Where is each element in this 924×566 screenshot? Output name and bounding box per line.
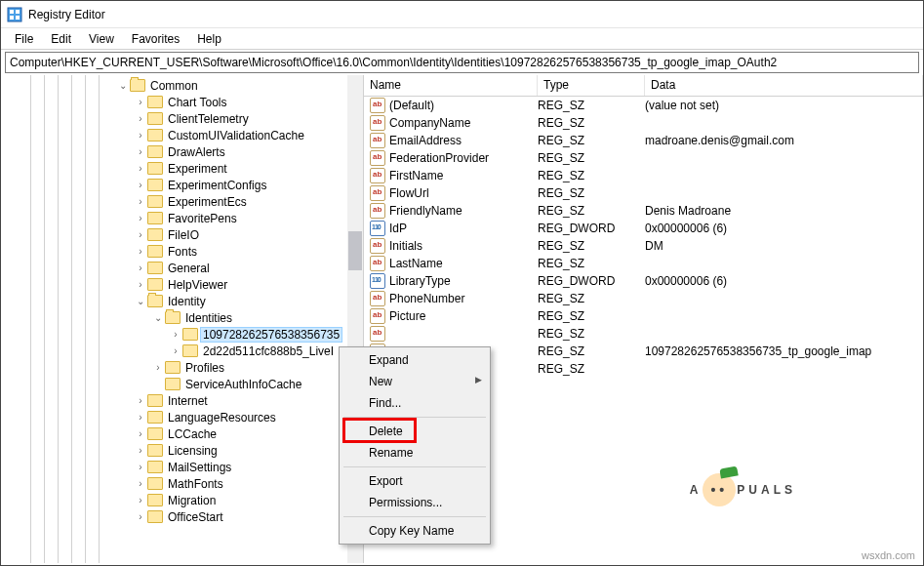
expand-icon[interactable]: › [169, 344, 182, 358]
value-row[interactable]: LibraryTypeREG_DWORD0x00000006 (6) [364, 272, 923, 290]
menu-item-rename[interactable]: Rename [341, 442, 488, 464]
tree-item[interactable]: ⌄Identity [1, 293, 363, 309]
expand-icon[interactable]: › [134, 411, 147, 424]
menu-edit[interactable]: Edit [43, 30, 79, 48]
menu-item-expand[interactable]: Expand [341, 349, 488, 371]
tree-item[interactable]: ›MailSettings [1, 459, 363, 475]
expand-icon[interactable]: › [134, 195, 147, 209]
value-data: 109728262576538356735_tp_google_imap [645, 344, 923, 358]
value-row[interactable]: FirstNameREG_SZ [364, 167, 923, 184]
column-name[interactable]: Name [364, 75, 538, 96]
value-row[interactable]: (Default)REG_SZ(value not set) [364, 97, 923, 114]
tree-item[interactable]: ›General [1, 260, 363, 276]
expand-icon[interactable]: › [134, 444, 147, 458]
tree-item[interactable]: ›MathFonts [1, 475, 363, 492]
title-bar: Registry Editor [1, 1, 923, 28]
expand-icon[interactable]: › [134, 179, 147, 192]
expand-icon[interactable]: › [134, 262, 147, 275]
menu-item-new[interactable]: New [341, 371, 488, 392]
value-data: Denis Madroane [645, 204, 923, 218]
tree-item[interactable]: ›Internet [1, 392, 363, 409]
collapse-icon[interactable]: ⌄ [116, 79, 130, 93]
tree-item[interactable]: ›Profiles [1, 359, 363, 376]
expand-icon[interactable]: › [134, 494, 147, 507]
tree-item[interactable]: ›CustomUIValidationCache [1, 127, 363, 143]
value-name: LastName [389, 257, 538, 270]
expand-icon[interactable]: › [134, 96, 147, 109]
tree-item[interactable]: ›LanguageResources [1, 409, 363, 425]
tree-item[interactable]: ›2d22d511cfc888b5_LiveI [1, 343, 363, 359]
folder-icon [147, 444, 163, 457]
collapse-icon[interactable]: ⌄ [151, 311, 165, 325]
tree-label: Identity [166, 295, 208, 308]
value-row[interactable]: CompanyNameREG_SZ [364, 114, 923, 132]
value-row[interactable]: IdPREG_DWORD0x00000006 (6) [364, 220, 923, 237]
value-row[interactable]: LastNameREG_SZ [364, 255, 923, 272]
column-type[interactable]: Type [538, 75, 645, 96]
tree-item-common[interactable]: ⌄Common [1, 77, 363, 94]
expand-icon[interactable]: › [169, 328, 182, 342]
column-data[interactable]: Data [645, 75, 923, 96]
value-row[interactable]: EmailAddressREG_SZmadroane.denis@gmail.c… [364, 132, 923, 149]
address-bar[interactable]: Computer\HKEY_CURRENT_USER\Software\Micr… [5, 52, 919, 73]
tree-item[interactable]: ›ExperimentConfigs [1, 177, 363, 193]
folder-icon [147, 494, 163, 506]
expand-icon[interactable]: › [134, 162, 147, 176]
value-row[interactable]: InitialsREG_SZDM [364, 237, 923, 255]
tree-item[interactable]: ›DrawAlerts [1, 143, 363, 160]
tree-item[interactable]: ⌄Identities [1, 309, 363, 326]
value-data: madroane.denis@gmail.com [645, 134, 923, 147]
tree-item[interactable]: ›ExperimentEcs [1, 193, 363, 210]
value-row[interactable]: FederationProviderREG_SZ [364, 149, 923, 167]
menu-item-find[interactable]: Find... [341, 392, 488, 414]
expand-icon[interactable]: › [134, 427, 147, 441]
expand-icon[interactable]: › [134, 278, 147, 292]
string-icon [370, 203, 385, 219]
string-icon [370, 185, 385, 201]
expand-icon[interactable]: › [134, 477, 147, 491]
expand-icon[interactable]: › [134, 394, 147, 408]
tree-item[interactable]: ›Migration [1, 492, 363, 508]
menu-file[interactable]: File [7, 30, 41, 48]
menu-favorites[interactable]: Favorites [124, 30, 187, 48]
tree-item[interactable]: ›Licensing [1, 442, 363, 459]
menu-item-delete[interactable]: Delete [341, 421, 488, 442]
expand-icon[interactable]: › [134, 461, 147, 474]
value-row[interactable]: REG_SZ [364, 325, 923, 343]
value-row[interactable]: PictureREG_SZ [364, 307, 923, 325]
tree-item[interactable]: ›Experiment [1, 160, 363, 177]
expand-icon[interactable]: › [134, 145, 147, 159]
folder-icon [130, 79, 145, 92]
menu-item-export[interactable]: Export [341, 470, 488, 492]
expand-icon[interactable]: › [134, 112, 147, 126]
tree-scrollbar-thumb[interactable] [348, 231, 362, 270]
expand-icon[interactable]: › [134, 510, 147, 524]
value-name: (Default) [389, 99, 538, 112]
expand-icon[interactable]: › [134, 129, 147, 142]
menu-item-permissions[interactable]: Permissions... [341, 492, 488, 513]
tree-item[interactable]: ›ClientTelemetry [1, 110, 363, 127]
menu-help[interactable]: Help [189, 30, 229, 48]
tree-item[interactable]: ›FavoritePens [1, 210, 363, 226]
expand-icon[interactable]: › [134, 212, 147, 225]
tree-label: General [166, 262, 212, 275]
menu-view[interactable]: View [81, 30, 122, 48]
tree-item[interactable]: ›OfficeStart [1, 508, 363, 525]
folder-icon [147, 96, 163, 108]
value-row[interactable]: PhoneNumberREG_SZ [364, 290, 923, 307]
expand-icon[interactable]: › [151, 361, 165, 375]
tree-item[interactable]: ›Fonts [1, 243, 363, 260]
value-row[interactable]: FriendlyNameREG_SZDenis Madroane [364, 202, 923, 220]
tree-item[interactable]: ›Chart Tools [1, 94, 363, 110]
tree-item[interactable]: ›LCCache [1, 425, 363, 442]
expand-icon[interactable]: › [134, 228, 147, 242]
menu-item-copy-key-name[interactable]: Copy Key Name [341, 520, 488, 542]
tree-item[interactable]: ServiceAuthInfoCache [1, 376, 363, 392]
tree-item[interactable]: ›109728262576538356735 [1, 326, 363, 343]
collapse-icon[interactable]: ⌄ [134, 295, 147, 308]
regedit-icon [7, 7, 22, 22]
expand-icon[interactable]: › [134, 245, 147, 259]
tree-item[interactable]: ›FileIO [1, 226, 363, 243]
tree-item[interactable]: ›HelpViewer [1, 276, 363, 293]
value-row[interactable]: FlowUrlREG_SZ [364, 184, 923, 202]
